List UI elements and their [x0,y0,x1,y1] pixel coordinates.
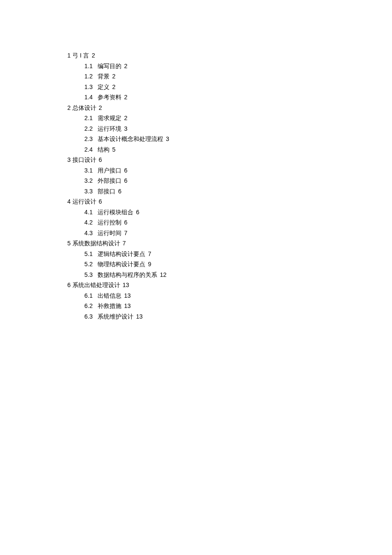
toc-sub-item: 6.3 系统维护设计 13 [67,311,392,322]
toc-sub-item: 6.2 补救措施 13 [67,301,392,311]
toc-sub-item: 5.3 数据结构与程序的关系 12 [67,270,392,280]
toc-sub-title: 定义 [98,83,110,90]
toc-heading-page: 6 [99,198,102,205]
toc-section: 1 弓 I 言 21.1 编写目的 21.2 背景 21.3 定义 21.4 参… [67,50,392,103]
toc-heading: 3 接口设计 6 [67,155,392,165]
toc-heading-number: 4 [67,198,71,205]
toc-heading-page: 2 [92,52,95,59]
toc-sub-title: 运行环境 [98,125,121,132]
toc-sub-page: 5 [112,146,115,153]
toc-sub-title: 运行模块组合 [98,209,133,216]
toc-heading-title: 系统数据结构设计 [72,240,120,247]
toc-sub-number: 6.3 [84,313,92,320]
toc-heading: 1 弓 I 言 2 [67,50,392,61]
toc-sub-title: 系统维护设计 [98,313,133,320]
toc-sub-page: 6 [124,167,127,174]
toc-sub-number: 6.1 [84,292,92,299]
toc-sub-title: 参考资料 [98,94,121,101]
toc-sub-item: 2.4 结构 5 [67,144,392,155]
toc-sub-number: 1.2 [84,73,92,80]
toc-sub-item: 2.3 基本设计概念和处理流程 3 [67,134,392,144]
toc-sub-page: 13 [124,292,131,299]
toc-sub-number: 2.4 [84,146,92,153]
toc-heading-page: 13 [123,282,130,288]
toc-sub-page: 6 [124,219,127,226]
toc-sub-page: 2 [124,94,127,101]
toc-sub-title: 用户接口 [98,167,121,174]
toc-heading-title: 接口设计 [72,156,96,163]
toc-sub-item: 4.1 运行模块组合 6 [67,207,392,218]
toc-heading-title: 总体设计 [72,104,96,111]
toc-sub-page: 2 [124,63,127,69]
toc-sub-number: 5.3 [84,271,92,278]
toc-sub-item: 5.1 逻辑结构设计要点 7 [67,249,392,259]
toc-sub-page: 6 [118,188,121,195]
toc-sub-item: 5.2 物理结构设计要点 9 [67,259,392,270]
toc-sub-number: 1.1 [84,63,92,69]
toc-sub-page: 2 [112,73,115,80]
toc-sub-page: 12 [160,271,167,278]
toc-section: 6 系统出错处理设计 136.1 出错信息 136.2 补救措施 136.3 系… [67,280,392,322]
toc-sub-item: 3.3 部接口 6 [67,186,392,197]
toc-heading-page: 6 [99,156,102,163]
toc-sub-title: 运行时间 [98,230,121,236]
toc-sub-number: 2.3 [84,135,92,142]
toc-sub-item: 2.1 需求规定 2 [67,113,392,124]
toc-sub-number: 3.1 [84,167,92,174]
toc-heading-title: 系统出错处理设计 [72,282,120,288]
toc-sub-page: 2 [112,83,115,90]
toc-sub-item: 6.1 出错信息 13 [67,290,392,301]
toc-sub-item: 1.2 背景 2 [67,71,392,82]
toc-section: 3 接口设计 63.1 用户接口 63.2 外部接口 63.3 部接口 6 [67,155,392,196]
toc-sub-page: 7 [124,230,127,236]
toc-sub-title: 外部接口 [98,177,121,184]
toc-sub-title: 出错信息 [98,292,121,299]
toc-sub-item: 3.2 外部接口 6 [67,175,392,186]
toc-sub-item: 1.4 参考资料 2 [67,92,392,103]
toc-sub-page: 3 [124,125,127,132]
toc-heading-title: 运行设计 [72,198,96,205]
toc-sub-number: 3.2 [84,177,92,184]
toc-section: 5 系统数据结构设计 75.1 逻辑结构设计要点 75.2 物理结构设计要点 9… [67,238,392,280]
toc-sub-page: 3 [166,135,169,142]
toc-heading-title: 弓 I 言 [72,52,89,59]
toc-sub-page: 6 [136,209,139,216]
toc-sub-title: 数据结构与程序的关系 [98,271,157,278]
toc-heading-number: 6 [67,282,71,288]
toc-sub-number: 4.3 [84,230,92,236]
toc-sub-title: 背景 [98,73,110,80]
toc-sub-number: 2.1 [84,115,92,121]
toc-sub-page: 2 [124,115,127,121]
toc-sub-number: 4.2 [84,219,92,226]
toc-sub-page: 13 [136,313,143,320]
toc-sub-item: 1.3 定义 2 [67,82,392,92]
toc-sub-title: 部接口 [98,188,115,195]
toc-sub-number: 6.2 [84,302,92,309]
toc-heading: 4 运行设计 6 [67,196,392,207]
toc-heading: 2 总体设计 2 [67,103,392,113]
toc-sub-item: 4.2 运行控制 6 [67,217,392,228]
toc-heading-number: 3 [67,156,71,163]
toc-sub-number: 1.3 [84,83,92,90]
toc-sub-number: 5.2 [84,261,92,267]
toc-sub-number: 1.4 [84,94,92,101]
toc-sub-number: 2.2 [84,125,92,132]
toc-sub-page: 9 [148,261,151,267]
toc-sub-item: 3.1 用户接口 6 [67,165,392,176]
toc-sub-number: 5.1 [84,250,92,257]
toc-sub-title: 结构 [98,146,110,153]
toc-section: 4 运行设计 64.1 运行模块组合 64.2 运行控制 64.3 运行时间 7 [67,196,392,238]
toc-sub-title: 逻辑结构设计要点 [98,250,145,257]
toc-heading-page: 2 [99,104,102,111]
toc-sub-number: 4.1 [84,209,92,216]
toc-sub-number: 3.3 [84,188,92,195]
toc-heading: 6 系统出错处理设计 13 [67,280,392,290]
toc-sub-title: 补救措施 [98,302,121,309]
toc-sub-title: 运行控制 [98,219,121,226]
toc-heading-number: 1 [67,52,71,59]
toc-heading-page: 7 [123,240,126,247]
toc-sub-page: 6 [124,177,127,184]
table-of-contents: 1 弓 I 言 21.1 编写目的 21.2 背景 21.3 定义 21.4 参… [67,50,392,322]
toc-sub-page: 7 [148,250,151,257]
toc-heading: 5 系统数据结构设计 7 [67,238,392,249]
